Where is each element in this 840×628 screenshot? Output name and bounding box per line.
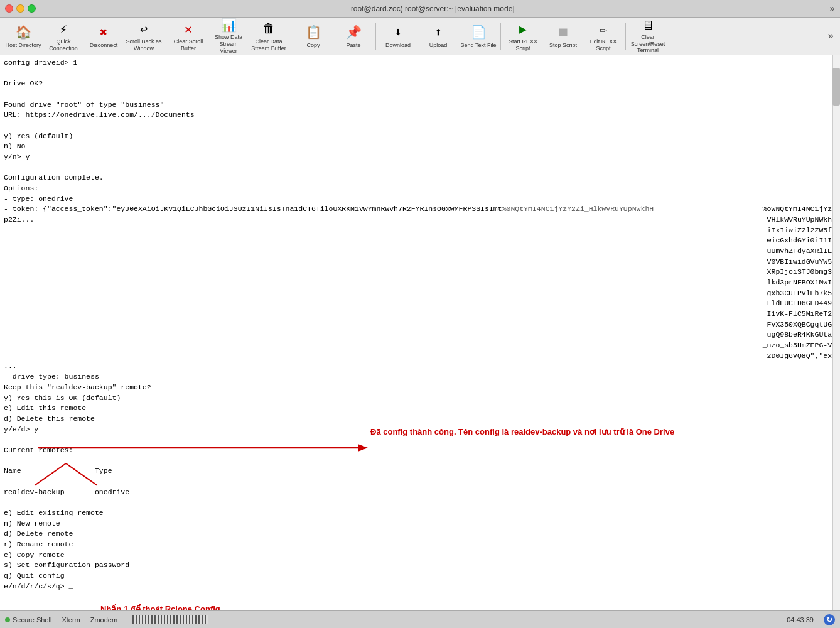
- edit-rexx-label: Edit REXX Script: [585, 38, 622, 52]
- disconnect-button[interactable]: ✖ Disconnect: [84, 19, 123, 53]
- upload-icon: ⬆: [429, 24, 447, 41]
- scroll-back-icon: ↩: [135, 21, 153, 38]
- download-icon: ⬇: [389, 24, 407, 41]
- upload-button[interactable]: ⬆ Upload: [419, 19, 458, 53]
- send-text-file-label: Send Text File: [461, 42, 497, 49]
- status-time: 04:43:39: [787, 616, 814, 624]
- status-bar: Secure Shell Xterm Zmodem 04:43:39 ↻: [0, 610, 840, 628]
- minimize-button[interactable]: [16, 4, 24, 13]
- clear-screen-label: Clear Screen/Reset Terminal: [630, 34, 666, 54]
- host-directory-icon: 🏠: [14, 24, 32, 41]
- show-data-stream-label: Show Data Stream Viewer: [210, 34, 247, 54]
- bottom-annotation: Nhấn 1 để thoát Rclone Config: [100, 603, 220, 610]
- status-zmodem[interactable]: Zmodem: [90, 616, 117, 624]
- copy-label: Copy: [306, 42, 320, 49]
- status-label-secure-shell: Secure Shell: [13, 616, 51, 624]
- edit-rexx-button[interactable]: ✏ Edit REXX Script: [584, 19, 623, 53]
- paste-label: Paste: [346, 42, 360, 49]
- maximize-button[interactable]: [28, 4, 36, 13]
- clear-data-stream-label: Clear Data Stream Buffer: [250, 38, 287, 52]
- scroll-back-button[interactable]: ↩ Scroll Back as Window: [124, 19, 163, 53]
- toolbar-sep-3: [375, 23, 376, 50]
- quick-connection-label: Quick Connection: [45, 38, 82, 52]
- toolbar-sep-4: [500, 23, 501, 50]
- status-dot-secure-shell: [5, 617, 10, 622]
- status-label-xterm: Xterm: [62, 616, 80, 624]
- scrollbar-track[interactable]: [832, 55, 840, 610]
- stop-script-button[interactable]: ⏹ Stop Script: [544, 19, 583, 53]
- window-title: root@dard.zoc) root@server:~ [evaluation…: [41, 4, 825, 13]
- show-data-stream-button[interactable]: 📊 Show Data Stream Viewer: [209, 19, 248, 53]
- clear-data-stream-button[interactable]: 🗑 Clear Data Stream Buffer: [249, 19, 288, 53]
- clear-scroll-button[interactable]: ✕ Clear Scroll Buffer: [169, 19, 208, 53]
- stop-script-label: Stop Script: [549, 42, 577, 49]
- toolbar-sep-1: [166, 23, 166, 50]
- disconnect-icon: ✖: [95, 24, 112, 41]
- upload-label: Upload: [429, 42, 448, 49]
- traffic-lights: [5, 4, 36, 13]
- status-xterm[interactable]: Xterm: [62, 616, 80, 624]
- download-label: Download: [385, 42, 411, 49]
- title-bar: root@dard.zoc) root@server:~ [evaluation…: [0, 0, 840, 18]
- clear-screen-icon: 🖥: [639, 18, 657, 33]
- edit-rexx-icon: ✏: [595, 21, 612, 38]
- clear-data-stream-icon: 🗑: [260, 21, 277, 38]
- scroll-back-label: Scroll Back as Window: [126, 38, 162, 52]
- toolbar: 🏠 Host Directory ⚡ Quick Connection ✖ Di…: [0, 18, 840, 55]
- status-sync-icon[interactable]: ↻: [824, 614, 835, 625]
- clear-scroll-icon: ✕: [180, 21, 197, 38]
- show-data-stream-icon: 📊: [220, 18, 237, 33]
- host-directory-button[interactable]: 🏠 Host Directory: [4, 19, 43, 53]
- status-label-zmodem: Zmodem: [90, 616, 117, 624]
- expand-icon[interactable]: »: [830, 4, 835, 14]
- send-text-file-icon: 📄: [470, 24, 487, 41]
- clear-screen-button[interactable]: 🖥 Clear Screen/Reset Terminal: [628, 19, 667, 53]
- start-rexx-label: Start REXX Script: [505, 38, 541, 52]
- status-secure-shell[interactable]: Secure Shell: [5, 616, 51, 624]
- close-button[interactable]: [5, 4, 13, 13]
- pixel-pattern: [132, 615, 208, 624]
- download-button[interactable]: ⬇ Download: [379, 19, 417, 53]
- toolbar-sep-5: [625, 23, 626, 50]
- quick-connection-button[interactable]: ⚡ Quick Connection: [44, 19, 83, 53]
- host-directory-label: Host Directory: [5, 42, 41, 49]
- copy-button[interactable]: 📋 Copy: [294, 19, 333, 53]
- bottom-annotation-text: Nhấn 1 để thoát Rclone Config: [100, 603, 220, 610]
- quick-connection-icon: ⚡: [55, 21, 72, 38]
- copy-icon: 📋: [304, 24, 322, 41]
- send-text-file-button[interactable]: 📄 Send Text File: [459, 19, 498, 53]
- terminal-area[interactable]: config_driveid> 1 Drive OK? Found drive …: [0, 55, 840, 610]
- start-rexx-button[interactable]: ▶ Start REXX Script: [503, 19, 542, 53]
- paste-button[interactable]: 📌 Paste: [334, 19, 373, 53]
- scrollbar-thumb[interactable]: [832, 68, 840, 106]
- disconnect-label: Disconnect: [90, 42, 118, 49]
- toolbar-expand-icon[interactable]: »: [825, 28, 836, 45]
- start-rexx-icon: ▶: [514, 21, 532, 38]
- toolbar-sep-2: [291, 23, 291, 50]
- stop-script-icon: ⏹: [554, 24, 572, 41]
- clear-scroll-label: Clear Scroll Buffer: [170, 38, 207, 52]
- paste-icon: 📌: [345, 24, 362, 41]
- terminal-output: config_driveid> 1 Drive OK? Found drive …: [4, 58, 836, 592]
